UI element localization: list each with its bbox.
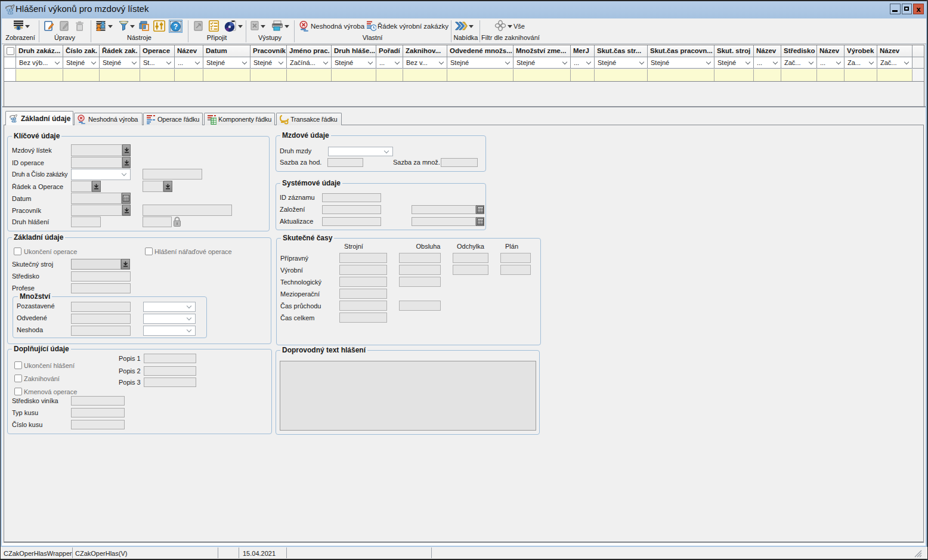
svg-text:?: ? <box>174 23 178 31</box>
